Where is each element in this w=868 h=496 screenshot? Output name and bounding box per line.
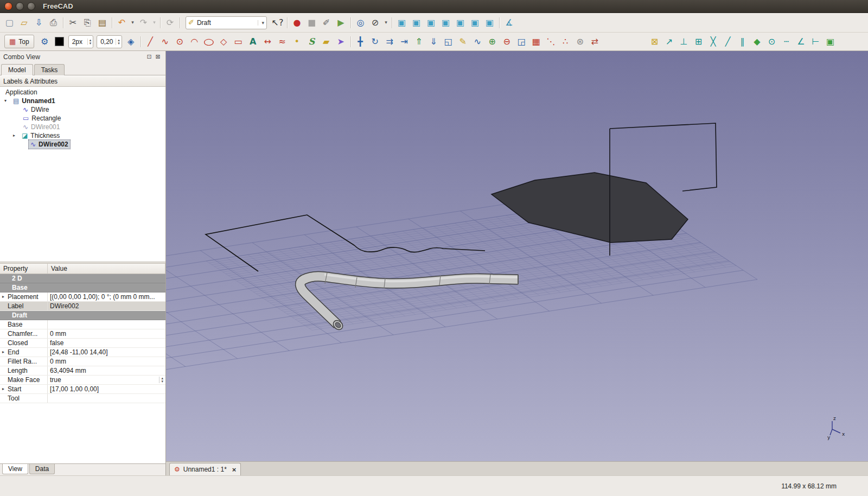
property-row[interactable]: Length 63,4094 mm ▴▾ [0, 366, 165, 376]
property-value: 0 mm [50, 357, 163, 366]
float-panel-button[interactable]: ⊡ [145, 53, 154, 61]
3d-viewport[interactable]: z x y [166, 51, 868, 461]
property-column-header: Property [0, 264, 48, 274]
combo-view-header: Combo View ⊡ ⊠ [0, 51, 165, 62]
tab-data[interactable]: Data [29, 464, 55, 474]
tree-item[interactable]: ▸ ◪ Thickness [0, 131, 165, 140]
property-row[interactable]: Chamfer... 0 mm ▴▾ [0, 329, 165, 339]
property-name: Start [8, 385, 21, 393]
draft-toolbar: ▦ Top ⚙ 2px ▴▾ 0,20 ▴▾ ◈ ╱∿⊙◠○◇▭A↔≈•S▰➤╋… [0, 33, 868, 51]
property-row[interactable]: Tool ▴▾ [0, 394, 165, 403]
tree-item: Application [0, 88, 165, 97]
main-area: Combo View ⊡ ⊠ Model Tasks Labels & Attr… [0, 51, 868, 475]
property-value: 0 mm [50, 329, 163, 338]
property-value: false [50, 339, 163, 347]
window-title: FreeCAD [43, 2, 73, 10]
property-expander[interactable]: ▸ [2, 292, 8, 301]
property-expander[interactable]: ▸ [2, 348, 8, 357]
axis-z-label: z [833, 416, 836, 421]
property-name: End [8, 348, 19, 357]
property-value: true [50, 376, 159, 384]
property-editor: Property Value 2 D ▴▾ [0, 264, 165, 463]
property-name: Closed [8, 339, 28, 347]
tree-item[interactable]: ∿ DWire [0, 105, 165, 114]
tree-item[interactable]: ▾ ▤ Unnamed1 [0, 97, 165, 105]
property-row[interactable]: Make Face true ▴▾ [0, 376, 165, 385]
3d-viewport-canvas[interactable]: z x y [166, 51, 868, 461]
freecad-document-icon: ⚙ [174, 466, 180, 473]
combo-view-title: Combo View [3, 53, 145, 61]
workbench-selector[interactable]: ✐ Draft ▾ [186, 16, 267, 29]
tree-expander[interactable]: ▾ [4, 97, 11, 105]
text-scale-spinner[interactable]: 0,20 ▴▾ [97, 35, 122, 48]
property-row[interactable]: ▸ Start [17,00 1,00 0,00] ▴▾ [0, 385, 165, 394]
tree-item[interactable]: ▭ Rectangle [0, 114, 165, 123]
property-row[interactable]: ▸ End [24,48 -11,00 14,40] ▴▾ [0, 348, 165, 357]
property-name: Base [12, 283, 28, 292]
line-width-value: 2px [72, 38, 85, 46]
viewport-dimensions-readout: 114.99 x 68.12 mm [781, 482, 837, 490]
tree-item-content: ∿ DWire002 [28, 139, 71, 149]
spinner-arrows[interactable]: ▴▾ [87, 39, 93, 45]
property-name: Tool [8, 394, 20, 403]
property-row[interactable]: Closed false ▴▾ [0, 339, 165, 348]
line-width-spinner[interactable]: 2px ▴▾ [68, 35, 94, 48]
close-document-icon[interactable]: × [232, 466, 237, 474]
value-column-header: Value [48, 264, 165, 274]
tree-item-icon: ∿ [23, 123, 28, 131]
close-button[interactable] [4, 2, 12, 10]
tree-column-header: Labels & Attributes [0, 75, 165, 87]
spin-down-icon[interactable]: ▾ [90, 42, 92, 45]
panel-bottom-tabs: View Data [0, 463, 165, 475]
tab-model[interactable]: Model [1, 64, 33, 75]
property-expander[interactable]: ▸ [2, 385, 8, 393]
tree-item-icon: ▭ [23, 114, 29, 123]
property-name: Draft [12, 311, 27, 320]
tree-item[interactable]: ∿ DWire002 [0, 140, 165, 149]
workbench-selected-value: Draft [197, 19, 256, 27]
property-row[interactable]: Fillet Ra... 0 mm ▴▾ [0, 357, 165, 366]
minimize-button[interactable] [16, 2, 24, 10]
chevron-down-icon: ▾ [258, 20, 264, 26]
title-bar: FreeCAD [0, 0, 868, 13]
snap-toolbar: ⊠↗⊥⊞╳╱∥◆⊙┄∠⊢▣ [647, 34, 838, 49]
working-plane-icon: ▦ [9, 37, 16, 46]
tree-item-label: Rectangle [31, 114, 61, 123]
property-row: Draft ▴▾ [0, 311, 165, 320]
draft-workbench-icon: ✐ [188, 18, 194, 27]
tree-item-label: Application [5, 88, 37, 97]
property-value: DWire002 [50, 302, 163, 310]
working-plane-button[interactable]: ▦ Top [4, 35, 34, 48]
combo-view-panel: Combo View ⊡ ⊠ Model Tasks Labels & Attr… [0, 51, 166, 475]
property-value: [24,48 -11,00 14,40] [50, 348, 163, 357]
property-row[interactable]: ▸ Placement [(0,00 0,00 1,00); 0 °; (0 m… [0, 292, 165, 302]
property-grid-header: Property Value [0, 264, 165, 274]
file-toolbar: ▢▱⇩⎙✂⎘▤↶▾↷▾⟳ ✐ Draft ▾ ↖?●■✐▶◎⊘▾▣▣▣▣▣▣▣∡ [0, 13, 868, 33]
value-spinner[interactable]: ▴▾ [159, 377, 163, 383]
tree-expander[interactable]: ▸ [13, 131, 20, 140]
document-tab[interactable]: ⚙ Unnamed1 : 1* × [169, 463, 241, 475]
combo-view-tabs: Model Tasks [0, 62, 165, 75]
close-panel-button[interactable]: ⊠ [154, 53, 162, 61]
dark-face-object[interactable] [492, 173, 688, 243]
axis-cross-indicator: z x y [827, 416, 845, 440]
document-tab-label: Unnamed1 : 1* [183, 466, 227, 473]
property-name: Make Face [8, 376, 40, 384]
property-row: Base ▴▾ [0, 283, 165, 292]
freecad-window: FreeCAD ▢▱⇩⎙✂⎘▤↶▾↷▾⟳ ✐ Draft ▾ ↖?●■✐▶◎⊘▾… [0, 0, 868, 496]
tree-item-icon: ◪ [22, 131, 28, 140]
spinner-arrows[interactable]: ▴▾ [116, 39, 122, 45]
axis-x-label: x [842, 431, 845, 437]
property-row[interactable]: Label DWire002 ▴▾ [0, 302, 165, 311]
maximize-button[interactable] [27, 2, 35, 10]
property-name: Placement [8, 292, 39, 301]
property-name: Base [8, 320, 22, 329]
spin-down-icon[interactable]: ▾ [118, 42, 120, 45]
property-row[interactable]: Base ▴▾ [0, 320, 165, 329]
tab-tasks[interactable]: Tasks [34, 64, 65, 75]
tab-view[interactable]: View [2, 464, 28, 474]
viewport-column: z x y ⚙ Unnamed1 : 1* × [166, 51, 868, 475]
tree-item-label: DWire [31, 105, 49, 114]
tree-item-label: Thickness [30, 131, 60, 140]
tree-item[interactable]: ∿ DWire001 [0, 123, 165, 131]
